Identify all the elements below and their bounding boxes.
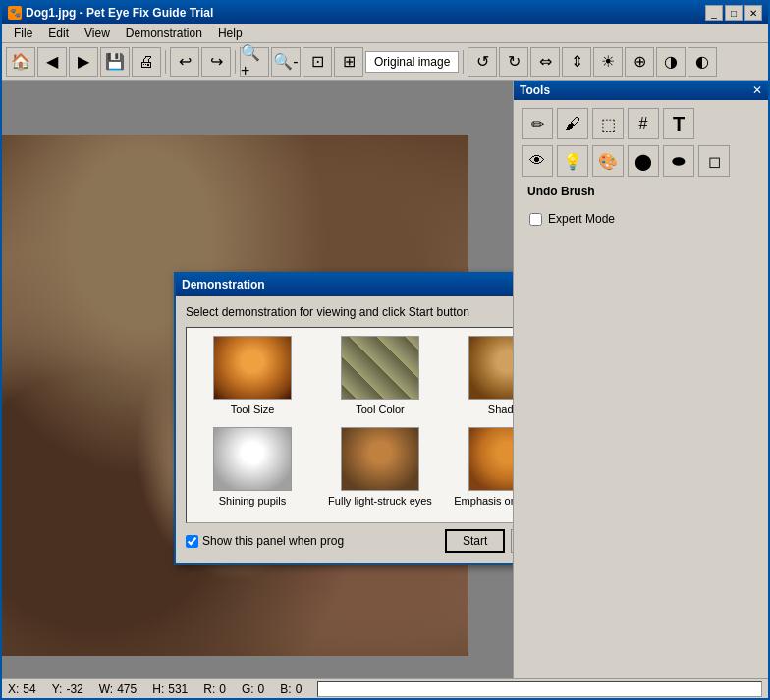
tool-circle-button[interactable]: ⬤ (628, 145, 659, 177)
menu-file[interactable]: File (6, 25, 40, 42)
demo-thumb-shading (468, 336, 513, 400)
status-w-label: W: (99, 682, 113, 696)
tool-color-wheel-button[interactable]: 🎨 (592, 145, 624, 177)
tool-eraser-button[interactable]: ◻ (698, 145, 730, 177)
demo-item-emphasis-eyes[interactable]: Emphasis on the Eyes (448, 425, 513, 509)
toolbar-contrast-button[interactable]: ⊕ (625, 47, 654, 77)
undo-brush-label: Undo Brush (522, 183, 760, 200)
status-y: Y: -32 (52, 682, 83, 696)
dialog-title: Demonstration (182, 278, 265, 292)
demo-item-tool-size[interactable]: Tool Size (192, 334, 312, 417)
expert-mode-checkbox[interactable] (529, 213, 542, 226)
toolbar-rotate-right-button[interactable]: ↻ (499, 47, 528, 77)
tool-eye-button[interactable]: 👁 (522, 145, 553, 177)
demo-grid: Tool Size Tool Color (192, 334, 513, 509)
demo-item-tool-color[interactable]: Tool Color (320, 334, 440, 417)
dialog-instruction: Select demonstration for viewing and cli… (186, 305, 513, 319)
tool-pen-button[interactable]: ✏ (522, 108, 553, 139)
toolbar-undo-button[interactable]: ↩ (170, 47, 199, 77)
toolbar-color-button[interactable]: ◐ (688, 47, 717, 77)
toolbar-flip-v-button[interactable]: ⇕ (562, 47, 591, 77)
demonstration-dialog: Demonstration ✕ Select demonstration for… (174, 272, 513, 565)
demo-thumb-light-struck (341, 427, 419, 491)
demo-item-shading[interactable]: Shading (448, 334, 513, 417)
demo-thumb-inner-tool-color (342, 337, 418, 399)
toolbar-zoom-fit-button[interactable]: ⊡ (302, 47, 332, 77)
status-h-value: 531 (168, 682, 188, 696)
tools-title: Tools (520, 83, 550, 97)
demo-label-light-struck: Fully light-struck eyes (328, 495, 432, 507)
show-panel-checkbox[interactable] (186, 535, 198, 548)
toolbar-back-button[interactable]: ◀ (37, 47, 67, 77)
toolbar-brightness-button[interactable]: ☀ (593, 47, 623, 77)
toolbar-zoom-in-button[interactable]: 🔍+ (240, 47, 269, 77)
toolbar-flip-h-button[interactable]: ⇔ (530, 47, 560, 77)
toolbar-original-image-label: Original image (365, 51, 459, 73)
tool-text-button[interactable]: T (663, 108, 694, 139)
toolbar-rotate-left-button[interactable]: ↺ (468, 47, 497, 77)
status-x: X: 54 (8, 682, 36, 696)
minimize-button[interactable]: _ (705, 5, 723, 21)
status-g: G: 0 (242, 682, 264, 696)
demo-thumb-shining-pupils (213, 427, 292, 491)
status-h-label: H: (152, 682, 164, 696)
tool-select-button[interactable]: ⬚ (592, 108, 624, 139)
demo-label-emphasis-eyes: Emphasis on the Eyes (454, 495, 513, 507)
toolbar-zoom-out-button[interactable]: 🔍- (271, 47, 301, 77)
demo-thumb-tool-size (213, 336, 292, 400)
status-input-field[interactable] (317, 681, 762, 697)
toolbar-separator-1 (165, 50, 166, 74)
close-button[interactable]: Close (511, 529, 513, 553)
app-icon: 🐾 (8, 6, 22, 20)
tools-content: ✏ 🖌 ⬚ # T 👁 💡 🎨 ⬤ ⬬ ◻ Undo Brush (514, 100, 768, 240)
dialog-body: Select demonstration for viewing and cli… (176, 296, 513, 563)
tools-row-1: ✏ 🖌 ⬚ # T (522, 108, 760, 139)
status-b-value: 0 (296, 682, 302, 696)
demo-thumb-inner-emphasis-eyes (469, 428, 513, 490)
main-area: Demonstration ✕ Select demonstration for… (2, 81, 768, 678)
tools-title-bar: Tools ✕ (514, 81, 768, 100)
menu-edit[interactable]: Edit (40, 25, 77, 42)
toolbar-separator-2 (235, 50, 236, 74)
status-y-value: -32 (66, 682, 82, 696)
tool-grid-button[interactable]: # (628, 108, 659, 139)
status-w: W: 475 (99, 682, 137, 696)
expert-mode-area: Expert Mode (522, 206, 760, 232)
tool-oval-button[interactable]: ⬬ (663, 145, 694, 177)
status-r-value: 0 (219, 682, 226, 696)
menu-help[interactable]: Help (210, 25, 250, 42)
toolbar-forward-button[interactable]: ▶ (69, 47, 98, 77)
menu-view[interactable]: View (77, 25, 118, 42)
menu-bar: File Edit View Demonstration Help (2, 24, 768, 43)
status-h: H: 531 (152, 682, 188, 696)
demo-item-light-struck[interactable]: Fully light-struck eyes (320, 425, 440, 509)
tool-brush-button[interactable]: 🖌 (557, 108, 588, 139)
canvas-area: Demonstration ✕ Select demonstration for… (2, 81, 513, 678)
expert-mode-label: Expert Mode (548, 212, 615, 226)
toolbar-zoom-actual-button[interactable]: ⊞ (334, 47, 363, 77)
status-x-value: 54 (23, 682, 35, 696)
status-r-label: R: (203, 682, 215, 696)
toolbar-redo-button[interactable]: ↪ (201, 47, 231, 77)
demo-thumb-inner-shining-pupils (214, 428, 291, 490)
toolbar-print-button[interactable]: 🖨 (132, 47, 161, 77)
status-bar: X: 54 Y: -32 W: 475 H: 531 R: 0 G: 0 B: … (2, 678, 768, 698)
maximize-button[interactable]: □ (725, 5, 742, 21)
status-r: R: 0 (203, 682, 226, 696)
demo-thumb-emphasis-eyes (468, 427, 513, 491)
demo-thumb-inner-tool-size (214, 337, 291, 399)
toolbar-save-button[interactable]: 💾 (100, 47, 130, 77)
toolbar-saturation-button[interactable]: ◑ (656, 47, 686, 77)
menu-demonstration[interactable]: Demonstration (118, 25, 210, 42)
window-close-button[interactable]: ✕ (744, 5, 762, 21)
status-b-label: B: (280, 682, 291, 696)
start-button[interactable]: Start (445, 529, 505, 553)
tool-bulb-button[interactable]: 💡 (557, 145, 588, 177)
demo-list-container[interactable]: Tool Size Tool Color (186, 327, 513, 523)
title-bar: 🐾 Dog1.jpg - Pet Eye Fix Guide Trial _ □… (2, 2, 768, 24)
status-g-label: G: (242, 682, 254, 696)
title-buttons: _ □ ✕ (705, 5, 762, 21)
demo-item-shining-pupils[interactable]: Shining pupils (192, 425, 312, 509)
toolbar-home-button[interactable]: 🏠 (6, 47, 35, 77)
tools-close-button[interactable]: ✕ (752, 83, 762, 97)
